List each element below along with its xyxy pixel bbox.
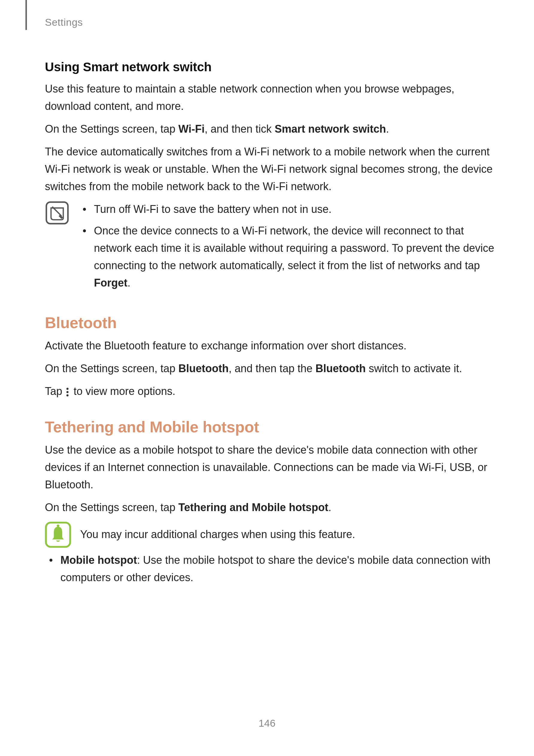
notice-text: You may incur additional charges when us… xyxy=(80,522,496,549)
heading-bluetooth: Bluetooth xyxy=(45,314,496,332)
notice-bell-icon xyxy=(45,522,71,548)
tethering-list: Mobile hotspot: Use the mobile hotspot t… xyxy=(45,552,496,586)
bluetooth-p2: On the Settings screen, tap Bluetooth, a… xyxy=(45,360,496,377)
more-options-icon xyxy=(66,387,69,398)
bluetooth-p1: Activate the Bluetooth feature to exchan… xyxy=(45,337,496,355)
tethering-label: Tethering and Mobile hotspot xyxy=(178,501,328,513)
text: , and then tap the xyxy=(229,362,315,375)
mobile-hotspot-label: Mobile hotspot xyxy=(61,554,137,566)
svg-rect-0 xyxy=(46,202,68,224)
heading-tethering: Tethering and Mobile hotspot xyxy=(45,418,496,436)
document-page: Settings Using Smart network switch Use … xyxy=(0,0,534,756)
header-accent-bar xyxy=(25,0,27,30)
tips-list: Turn off Wi-Fi to save the battery when … xyxy=(78,201,496,292)
smart-network-p2: On the Settings screen, tap Wi-Fi, and t… xyxy=(45,121,496,138)
forget-label: Forget xyxy=(94,277,127,289)
tethering-p2: On the Settings screen, tap Tethering an… xyxy=(45,499,496,516)
tethering-item: Mobile hotspot: Use the mobile hotspot t… xyxy=(45,552,496,586)
note-text: Turn off Wi-Fi to save the battery when … xyxy=(78,201,496,296)
smart-network-p3: The device automatically switches from a… xyxy=(45,143,496,195)
notice-message: You may incur additional charges when us… xyxy=(80,526,496,543)
smart-network-p1: Use this feature to maintain a stable ne… xyxy=(45,80,496,115)
notice-block: You may incur additional charges when us… xyxy=(45,522,496,549)
text: to view more options. xyxy=(71,385,175,397)
svg-point-3 xyxy=(57,525,60,527)
text: , and then tick xyxy=(205,123,275,135)
section-label: Settings xyxy=(45,16,83,28)
text: On the Settings screen, tap xyxy=(45,123,178,135)
text: switch to activate it. xyxy=(366,362,462,375)
text: Tap xyxy=(45,385,65,397)
subheading-smart-network: Using Smart network switch xyxy=(45,60,496,74)
note-block: Turn off Wi-Fi to save the battery when … xyxy=(45,201,496,296)
content-area: Using Smart network switch Use this feat… xyxy=(45,60,496,590)
smart-switch-label: Smart network switch xyxy=(275,123,386,135)
tethering-p1: Use the device as a mobile hotspot to sh… xyxy=(45,441,496,494)
text: On the Settings screen, tap xyxy=(45,501,178,513)
note-icon xyxy=(45,201,69,225)
bluetooth-switch-label: Bluetooth xyxy=(315,362,366,375)
tip-item: Turn off Wi-Fi to save the battery when … xyxy=(78,201,496,218)
bluetooth-label: Bluetooth xyxy=(178,362,229,375)
text: Once the device connects to a Wi-Fi netw… xyxy=(94,225,494,272)
wifi-label: Wi-Fi xyxy=(178,123,205,135)
text: . xyxy=(386,123,389,135)
page-number: 146 xyxy=(0,717,534,729)
bluetooth-p3: Tap to view more options. xyxy=(45,383,496,400)
text: On the Settings screen, tap xyxy=(45,362,178,375)
text: . xyxy=(328,501,331,513)
tip-item: Once the device connects to a Wi-Fi netw… xyxy=(78,222,496,292)
text: . xyxy=(127,277,130,289)
